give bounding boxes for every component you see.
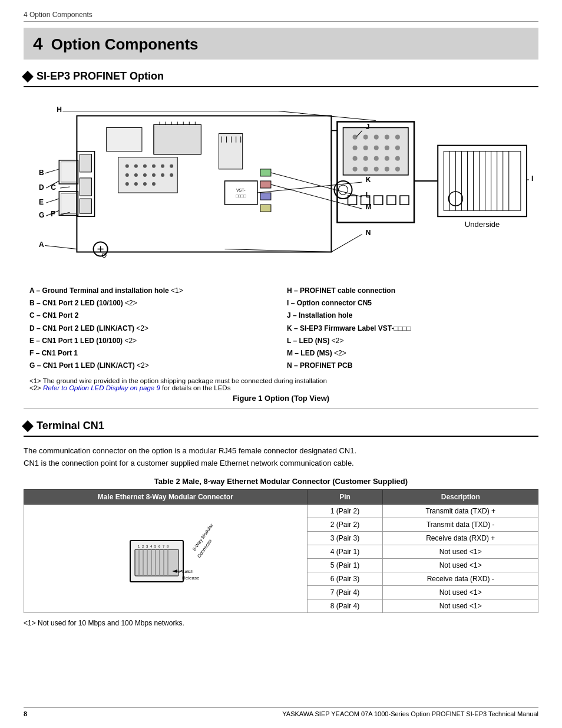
- svg-text:M: M: [366, 203, 372, 211]
- note2-rest: for details on the LEDs: [160, 384, 231, 391]
- figure-caption-text: Figure 1 Option (Top View): [233, 394, 329, 403]
- svg-text:VST-: VST-: [236, 188, 246, 192]
- connector-table: Male Ethernet 8-Way Modular Connector Pi…: [24, 489, 538, 613]
- svg-point-65: [395, 146, 400, 150]
- svg-point-58: [374, 135, 379, 140]
- svg-point-71: [353, 167, 358, 172]
- svg-point-68: [374, 156, 379, 161]
- svg-point-30: [152, 173, 156, 177]
- svg-rect-47: [225, 181, 257, 205]
- svg-point-69: [385, 156, 389, 161]
- svg-point-27: [125, 173, 129, 177]
- svg-point-64: [385, 146, 389, 150]
- svg-text:□□□□: □□□□: [236, 194, 246, 198]
- svg-text:A: A: [39, 241, 44, 249]
- svg-text:C: C: [51, 183, 56, 192]
- section-diamond-icon: [22, 71, 34, 83]
- svg-rect-43: [260, 169, 271, 176]
- chapter-number: 4: [33, 34, 43, 54]
- svg-point-35: [143, 182, 147, 186]
- label-D: D – CN1 Port 2 LED (LINK/ACT) <2>: [29, 323, 275, 334]
- svg-rect-5: [80, 199, 91, 213]
- diagram-svg: VST- □□□□ O: [24, 95, 538, 278]
- label-H: H – PROFINET cable connection: [287, 285, 533, 297]
- svg-point-75: [395, 167, 400, 172]
- footer-title: YASKAWA SIEP YEACOM 07A 1000-Series Opti…: [282, 710, 538, 717]
- label-F: F – CN1 Port 1: [29, 348, 275, 359]
- body-line2: CN1 is the connection point for a custom…: [24, 457, 538, 470]
- chapter-heading: 4 Option Components: [24, 28, 538, 60]
- svg-point-23: [143, 164, 147, 168]
- section1-heading: SI-EP3 PROFINET Option: [24, 70, 538, 87]
- body-text: The communication connector on the optio…: [24, 445, 538, 470]
- svg-rect-9: [61, 193, 76, 213]
- svg-point-22: [134, 164, 138, 168]
- table-caption-text: Table 2 Male, 8-way Ethernet Modular Con…: [154, 477, 408, 486]
- note1: <1> The ground wire provided in the opti…: [29, 377, 533, 384]
- header-text: 4 Option Components: [24, 11, 92, 19]
- led-display-link[interactable]: Refer to Option LED Display on page 9: [43, 384, 160, 391]
- desc-4: Not used <1>: [383, 545, 538, 558]
- svg-point-74: [385, 167, 389, 172]
- svg-point-59: [385, 135, 389, 140]
- pin-1: 1 (Pair 2): [307, 504, 383, 518]
- svg-text:Underside: Underside: [465, 220, 500, 229]
- terminal-section: Terminal CN1 The communication connector…: [24, 420, 538, 627]
- table-caption: Table 2 Male, 8-way Ethernet Modular Con…: [24, 477, 538, 486]
- table-footnote: <1> Not used for 10 Mbps and 100 Mbps ne…: [24, 619, 538, 627]
- diagram-area: VST- □□□□ O: [24, 95, 538, 278]
- svg-rect-4: [80, 178, 91, 196]
- section2-diamond-icon: [22, 420, 34, 432]
- notes-section: <1> The ground wire provided in the opti…: [24, 377, 538, 391]
- svg-point-26: [170, 164, 173, 168]
- page-number: 8: [24, 710, 27, 717]
- desc-7: Not used <1>: [383, 585, 538, 599]
- svg-text:O: O: [102, 252, 107, 259]
- svg-rect-37: [219, 134, 243, 169]
- svg-rect-11: [154, 125, 201, 154]
- svg-text:F: F: [51, 210, 55, 218]
- svg-point-24: [152, 164, 156, 168]
- svg-rect-45: [260, 193, 271, 200]
- figure-caption: Figure 1 Option (Top View): [24, 394, 538, 409]
- svg-text:Latch: Latch: [182, 569, 194, 574]
- svg-rect-132: [135, 549, 178, 576]
- table-row: 1 2 3 4 5 6 7 8 8-Way Modular Connector: [24, 504, 538, 518]
- label-J: J – Installation hole: [287, 310, 533, 321]
- svg-rect-3: [80, 154, 91, 172]
- label-K: K – SI-EP3 Firmware Label VST-□□□□: [287, 323, 533, 334]
- section2-title: Terminal CN1: [37, 420, 104, 432]
- label-A: A – Ground Terminal and installation hol…: [29, 285, 275, 297]
- top-header: 4 Option Components: [24, 11, 538, 22]
- connector-image-cell: 1 2 3 4 5 6 7 8 8-Way Modular Connector: [24, 504, 308, 612]
- pin-6: 6 (Pair 3): [307, 572, 383, 585]
- desc-6: Receive data (RXD) -: [383, 572, 538, 585]
- svg-point-33: [125, 182, 129, 186]
- svg-point-28: [134, 173, 138, 177]
- note2: <2> Refer to Option LED Display on page …: [29, 384, 533, 391]
- desc-3: Receive data (RXD) +: [383, 531, 538, 545]
- svg-point-61: [353, 146, 358, 150]
- svg-rect-10: [107, 128, 142, 151]
- label-B: B – CN1 Port 2 LED (10/100) <2>: [29, 298, 275, 309]
- svg-point-57: [363, 135, 368, 140]
- svg-point-63: [374, 146, 379, 150]
- svg-point-34: [134, 182, 138, 186]
- label-M: M – LED (MS) <2>: [287, 348, 533, 359]
- svg-point-36: [152, 182, 156, 186]
- svg-text:B: B: [39, 169, 44, 177]
- svg-point-31: [161, 173, 164, 177]
- desc-1: Transmit data (TXD) +: [383, 504, 538, 518]
- label-E: E – CN1 Port 1 LED (10/100) <2>: [29, 335, 275, 347]
- svg-point-56: [353, 135, 358, 140]
- svg-point-66: [353, 156, 358, 161]
- label-L: L – LED (NS) <2>: [287, 335, 533, 347]
- table-header-connector: Male Ethernet 8-Way Modular Connector: [24, 489, 308, 504]
- page-footer: 8 YASKAWA SIEP YEACOM 07A 1000-Series Op…: [24, 707, 538, 717]
- label-G: G – CN1 Port 1 LED (LINK/ACT) <2>: [29, 360, 275, 371]
- pin-8: 8 (Pair 4): [307, 599, 383, 612]
- page-container: 4 Option Components 4 Option Components …: [0, 0, 562, 728]
- body-line1: The communication connector on the optio…: [24, 445, 538, 457]
- label-I: I – Option connector CN5: [287, 298, 533, 309]
- svg-text:H: H: [57, 106, 62, 114]
